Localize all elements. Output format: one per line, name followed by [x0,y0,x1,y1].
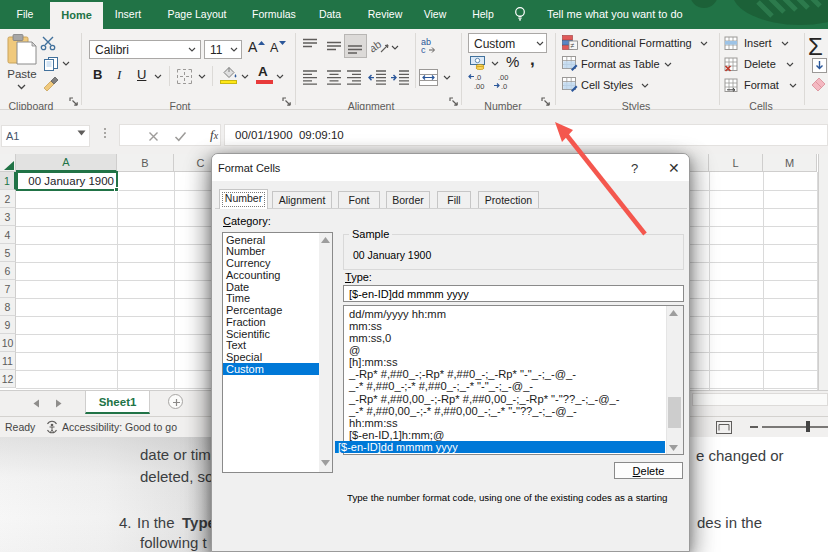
svg-text:≠: ≠ [571,42,575,49]
svg-text:.0: .0 [475,73,481,82]
svg-text:ab: ab [371,38,383,55]
svg-text:.00: .00 [498,73,508,82]
svg-text:c: c [421,45,426,54]
svg-text:.00: .00 [474,82,484,90]
svg-text:.0: .0 [501,82,507,90]
